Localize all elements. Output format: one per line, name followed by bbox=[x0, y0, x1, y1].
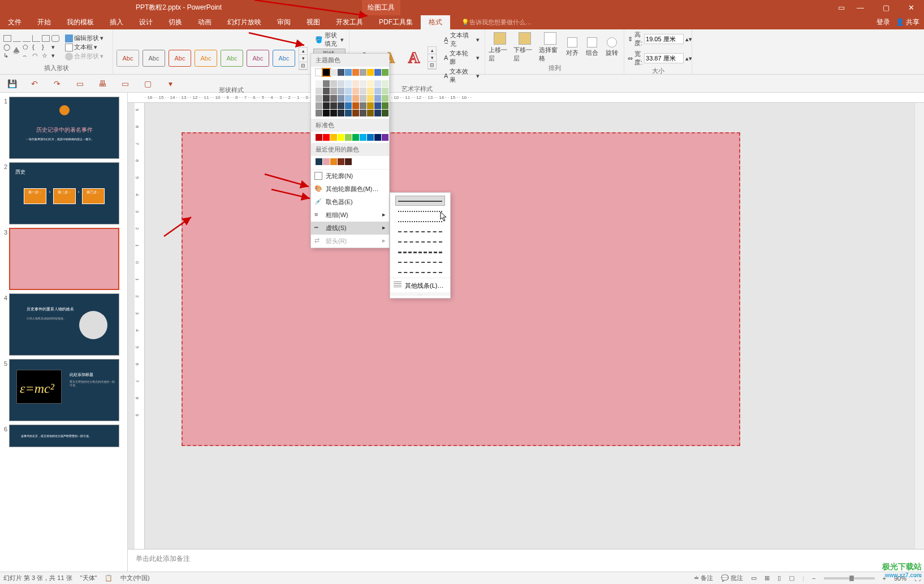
slide-thumbnail-6[interactable]: 这事件的名言，或支持你的论文或声明背景的一段引述。 bbox=[9, 425, 119, 447]
width-input[interactable] bbox=[644, 53, 684, 63]
color-swatch[interactable] bbox=[330, 95, 337, 102]
color-swatch[interactable] bbox=[360, 69, 366, 76]
new-slide-icon[interactable]: ▭ bbox=[75, 79, 85, 89]
color-swatch[interactable] bbox=[352, 88, 359, 94]
color-swatch[interactable] bbox=[316, 88, 322, 94]
send-backward-button[interactable]: 下移一层 bbox=[513, 32, 536, 63]
color-swatch[interactable] bbox=[382, 88, 388, 94]
slide-thumbnail-1[interactable]: 历史记录中的著名事件 一张历史类演示幻灯片，或其中的样例内容之一展示。 bbox=[9, 97, 119, 159]
color-swatch[interactable] bbox=[316, 158, 322, 165]
color-swatch[interactable] bbox=[352, 95, 359, 102]
tab-animations[interactable]: 动画 bbox=[190, 15, 219, 29]
shapes-gallery[interactable]: ◯⬠{}▾ ↳⌒⌢◠☆▾ bbox=[3, 35, 61, 60]
color-swatch[interactable] bbox=[367, 134, 374, 141]
color-swatch[interactable] bbox=[352, 102, 359, 109]
tab-home[interactable]: 开始 bbox=[29, 15, 59, 29]
style-preset[interactable]: Abc bbox=[247, 50, 269, 67]
color-swatch[interactable] bbox=[374, 102, 381, 109]
minimize-button[interactable]: — bbox=[848, 0, 873, 15]
color-swatch[interactable] bbox=[360, 95, 366, 102]
login-link[interactable]: 登录 bbox=[876, 18, 890, 27]
color-swatch[interactable] bbox=[338, 158, 344, 165]
eyedropper-item[interactable]: 💉取色器(E) bbox=[311, 196, 389, 209]
zoom-slider[interactable] bbox=[824, 577, 875, 579]
color-swatch[interactable] bbox=[323, 102, 330, 109]
color-swatch[interactable] bbox=[330, 80, 337, 87]
maximize-button[interactable]: ▢ bbox=[873, 0, 899, 15]
color-swatch[interactable] bbox=[345, 158, 352, 165]
more-lines-item[interactable]: 其他线条(L)… bbox=[390, 278, 450, 292]
color-swatch[interactable] bbox=[323, 80, 330, 87]
text-fill-button[interactable]: A̲文本填充 ▾ bbox=[442, 31, 481, 49]
color-swatch[interactable] bbox=[352, 69, 359, 76]
bring-forward-button[interactable]: 上移一层 bbox=[489, 32, 511, 63]
style-preset[interactable]: Abc bbox=[195, 50, 217, 67]
thumb-row[interactable]: 3 bbox=[0, 226, 127, 292]
thumb-row[interactable]: 2 历史 第一步： › 第二步： › 第三步： bbox=[0, 161, 127, 226]
color-swatch[interactable] bbox=[352, 80, 359, 87]
color-swatch[interactable] bbox=[316, 69, 322, 76]
edit-shape-button[interactable]: 编辑形状 ▾ bbox=[65, 34, 103, 42]
color-swatch[interactable] bbox=[345, 95, 352, 102]
color-swatch[interactable] bbox=[382, 69, 388, 76]
color-swatch[interactable] bbox=[338, 95, 344, 102]
color-swatch[interactable] bbox=[374, 110, 381, 116]
color-swatch[interactable] bbox=[338, 80, 344, 87]
color-swatch[interactable] bbox=[316, 110, 322, 116]
sorter-view-icon[interactable]: ⊞ bbox=[765, 574, 770, 582]
notes-pane[interactable]: 单击此处添加备注 bbox=[128, 549, 924, 572]
notes-toggle[interactable]: ≐ 备注 bbox=[694, 574, 713, 582]
wordart-gallery-nav[interactable]: ▴▾⊟ bbox=[428, 46, 437, 70]
tab-format[interactable]: 格式 bbox=[421, 15, 450, 29]
zoom-out-icon[interactable]: − bbox=[812, 575, 815, 582]
color-swatch[interactable] bbox=[345, 102, 352, 109]
style-preset[interactable]: Abc bbox=[116, 50, 139, 67]
color-swatch[interactable] bbox=[330, 110, 337, 116]
slide-thumbnail-3[interactable] bbox=[9, 228, 119, 290]
no-outline-item[interactable]: 无轮廓(N) bbox=[311, 170, 389, 183]
close-button[interactable]: ✕ bbox=[899, 0, 924, 15]
color-swatch[interactable] bbox=[345, 80, 352, 87]
rotate-button[interactable]: 旋转 bbox=[603, 37, 620, 57]
height-input[interactable] bbox=[644, 34, 684, 44]
color-swatch[interactable] bbox=[352, 110, 359, 116]
color-swatch[interactable] bbox=[367, 110, 374, 116]
color-swatch[interactable] bbox=[330, 134, 337, 141]
style-preset[interactable]: Abc bbox=[169, 50, 191, 67]
color-swatch[interactable] bbox=[374, 69, 381, 76]
color-swatch[interactable] bbox=[345, 88, 352, 94]
color-swatch[interactable] bbox=[382, 134, 388, 141]
spinner-icon[interactable]: ▴▾ bbox=[685, 55, 692, 62]
dash-option-square-dot[interactable] bbox=[396, 217, 444, 226]
color-swatch[interactable] bbox=[374, 80, 381, 87]
color-swatch[interactable] bbox=[323, 88, 330, 94]
redo-icon[interactable]: ↷ bbox=[52, 79, 62, 89]
spellcheck-icon[interactable]: 📋 bbox=[105, 574, 113, 582]
tab-design[interactable]: 设计 bbox=[131, 15, 161, 29]
color-swatch[interactable] bbox=[382, 95, 388, 102]
color-swatch[interactable] bbox=[374, 134, 381, 141]
spinner-icon[interactable]: ▴▾ bbox=[685, 36, 692, 43]
style-preset[interactable]: Abc bbox=[273, 50, 295, 67]
group-button[interactable]: 组合 bbox=[584, 37, 601, 57]
text-outline-button[interactable]: A文本轮廓 ▾ bbox=[442, 49, 481, 67]
color-swatch[interactable] bbox=[360, 134, 366, 141]
color-swatch[interactable] bbox=[338, 69, 344, 76]
normal-view-icon[interactable]: ▭ bbox=[751, 574, 757, 582]
reading-view-icon[interactable]: ▯ bbox=[778, 574, 781, 582]
thumb-row[interactable]: 1 历史记录中的著名事件 一张历史类演示幻灯片，或其中的样例内容之一展示。 bbox=[0, 95, 127, 161]
weight-item[interactable]: ≡粗细(W)▸ bbox=[311, 209, 389, 222]
color-swatch[interactable] bbox=[367, 95, 374, 102]
dash-option-dash-dot[interactable] bbox=[396, 237, 444, 246]
color-swatch[interactable] bbox=[323, 134, 330, 141]
color-swatch[interactable] bbox=[316, 80, 322, 87]
color-swatch[interactable] bbox=[316, 95, 322, 102]
slide-thumbnail-5[interactable]: ε=mc² 此处添加标题 有关支撑您的论文观点的论述的一段引述。 bbox=[9, 359, 119, 421]
color-swatch[interactable] bbox=[345, 134, 352, 141]
dash-option-long-dash-dot-dot[interactable] bbox=[396, 267, 444, 276]
color-swatch[interactable] bbox=[330, 69, 337, 76]
dash-option-dash[interactable] bbox=[396, 227, 444, 236]
thumb-row[interactable]: 4 历史事件的重要人物的姓名 介绍人物及其成就的简短描述。 bbox=[0, 292, 127, 357]
color-swatch[interactable] bbox=[338, 88, 344, 94]
color-swatch[interactable] bbox=[367, 80, 374, 87]
